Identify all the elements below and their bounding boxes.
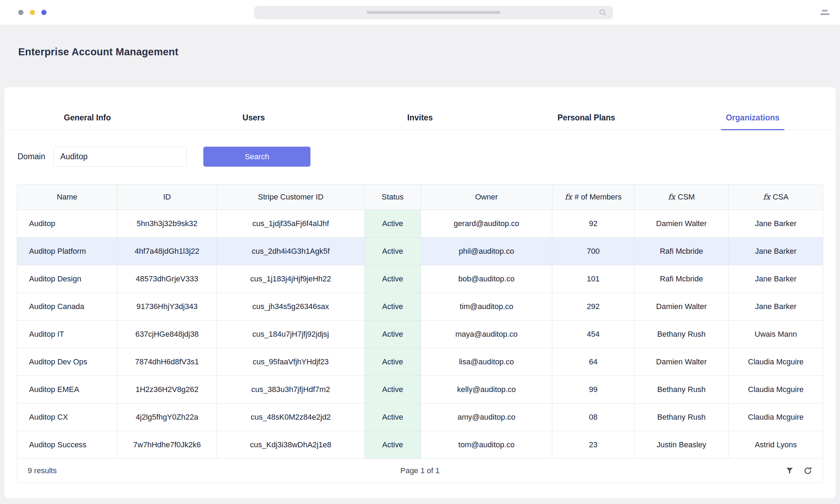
cell-id: 5hn3h3j32b9sk32 — [117, 210, 217, 237]
cell-stripe-customer-id: cus_jh34s5g26346sax — [217, 293, 364, 320]
domain-label: Domain — [18, 152, 45, 161]
tabs: General InfoUsersInvitesPersonal PlansOr… — [4, 87, 836, 130]
cell-status: Active — [364, 265, 421, 293]
cell-csm: Damien Walter — [634, 210, 728, 237]
cell-id: 91736HhjY3dj343 — [117, 293, 217, 320]
tab-label: Users — [238, 113, 270, 130]
domain-filter-row: Domain Search — [18, 147, 836, 167]
tab-organizations[interactable]: Organizations — [670, 113, 836, 130]
cell-members: 454 — [552, 320, 634, 348]
cell-owner: gerard@auditop.co — [421, 210, 552, 237]
cell-members: 64 — [552, 348, 634, 376]
cell-status: Active — [364, 376, 421, 403]
table-row[interactable]: Auditop Platform4hf7a48jdGh1l3j22cus_2dh… — [17, 237, 823, 265]
tab-general-info[interactable]: General Info — [4, 113, 170, 130]
cell-owner: bob@auditop.co — [421, 265, 552, 293]
cell-name: Auditop Success — [17, 431, 117, 458]
search-icon — [598, 8, 607, 17]
table-header-row: NameIDStripe Customer IDStatusOwnerfx# o… — [17, 184, 823, 210]
cell-csa: Jane Barker — [729, 237, 823, 265]
traffic-dot[interactable] — [30, 10, 35, 15]
domain-input[interactable] — [54, 147, 187, 167]
cell-owner: tim@auditop.co — [421, 293, 552, 320]
traffic-dot[interactable] — [41, 10, 47, 15]
cell-id: 7w7hHdhe7f0Jk2k6 — [117, 431, 217, 458]
cell-csa: Claudia Mcguire — [729, 376, 823, 403]
table-row[interactable]: Auditop EMEA1H2z36H2V8g262cus_383u3h7jfj… — [17, 376, 823, 403]
table-body: Auditop5hn3h3j32b9sk32cus_1jdjf35aFj6f4a… — [17, 210, 823, 458]
cell-owner: maya@auditop.co — [421, 320, 552, 348]
table-footer: 9 results Page 1 of 1 — [17, 459, 823, 483]
cell-members: 101 — [552, 265, 634, 293]
tab-invites[interactable]: Invites — [337, 113, 503, 130]
cell-status: Active — [364, 431, 421, 458]
cell-name: Auditop — [17, 210, 117, 237]
cell-name: Auditop Platform — [17, 237, 117, 265]
organizations-table: NameIDStripe Customer IDStatusOwnerfx# o… — [17, 184, 823, 483]
table-row[interactable]: Auditop CX4j2lg5fhgY0Zh22acus_48sK0M2z84… — [17, 403, 823, 431]
column-header-status: Status — [364, 184, 421, 210]
cell-owner: phil@auditop.co — [421, 237, 552, 265]
cell-csm: Rafi Mcbride — [634, 265, 728, 293]
tab-label: General Info — [59, 113, 116, 130]
cell-stripe-customer-id: cus_48sK0M2z84e2jd2 — [217, 403, 364, 431]
cell-status: Active — [364, 348, 421, 376]
fx-formula-icon: fx — [763, 192, 770, 201]
filter-icon[interactable] — [785, 466, 794, 475]
cell-stripe-customer-id: cus_2dh4i4G3h1Agk5f — [217, 237, 364, 265]
cell-owner: tom@auditop.co — [421, 431, 552, 458]
cell-members: 700 — [552, 237, 634, 265]
cell-status: Active — [364, 403, 421, 431]
tab-label: Personal Plans — [553, 113, 620, 130]
table-row[interactable]: Auditop Canada91736HhjY3dj343cus_jh34s5g… — [17, 293, 823, 320]
cell-status: Active — [364, 293, 421, 320]
window-controls — [18, 10, 47, 15]
table-row[interactable]: Auditop5hn3h3j32b9sk32cus_1jdjf35aFj6f4a… — [17, 210, 823, 237]
search-button[interactable]: Search — [203, 147, 310, 167]
cell-owner: lisa@auditop.co — [421, 348, 552, 376]
cell-id: 7874dhH6d8fV3s1 — [117, 348, 217, 376]
cell-id: 1H2z36H2V8g262 — [117, 376, 217, 403]
tab-users[interactable]: Users — [170, 113, 337, 130]
cell-csm: Bethany Rush — [634, 403, 728, 431]
cell-csa: Jane Barker — [729, 265, 823, 293]
table-row[interactable]: Auditop IT637cjHGe848jdj38cus_184u7jH7jf… — [17, 320, 823, 348]
fx-formula-icon: fx — [565, 192, 572, 201]
tab-personal-plans[interactable]: Personal Plans — [503, 113, 670, 130]
column-header-csm: fxCSM — [634, 184, 728, 210]
browser-address-bar[interactable] — [254, 6, 613, 19]
table-row[interactable]: Auditop Success7w7hHdhe7f0Jk2k6cus_Kdj3i… — [17, 431, 823, 458]
cell-id: 4hf7a48jdGh1l3j22 — [117, 237, 217, 265]
cell-status: Active — [364, 210, 421, 237]
cell-csa: Claudia Mcguire — [729, 403, 823, 431]
table-row[interactable]: Auditop Design48573dhGrjeV333cus_1j183j4… — [17, 265, 823, 293]
cell-csm: Bethany Rush — [634, 320, 728, 348]
browser-chrome — [0, 0, 840, 25]
cell-csm: Justin Beasley — [634, 431, 728, 458]
cell-name: Auditop Design — [17, 265, 117, 293]
traffic-dot[interactable] — [18, 10, 23, 15]
cell-csm: Damien Walter — [634, 348, 728, 376]
results-count: 9 results — [28, 466, 57, 475]
cell-stripe-customer-id: cus_95faaVfjhYHdjf23 — [217, 348, 364, 376]
refresh-icon[interactable] — [803, 466, 812, 475]
cell-stripe-customer-id: cus_383u3h7jfjHdf7m2 — [217, 376, 364, 403]
column-header-stripe-customer-id: Stripe Customer ID — [217, 184, 364, 210]
cell-csa: Claudia Mcguire — [729, 348, 823, 376]
cell-csm: Bethany Rush — [634, 376, 728, 403]
cell-members: 23 — [552, 431, 634, 458]
cell-owner: amy@auditop.co — [421, 403, 552, 431]
cell-csa: Uwais Mann — [729, 320, 823, 348]
cell-id: 637cjHGe848jdj38 — [117, 320, 217, 348]
browser-menu-icon[interactable] — [820, 10, 830, 15]
cell-stripe-customer-id: cus_184u7jH7jfj92jdjsj — [217, 320, 364, 348]
pagination-label: Page 1 of 1 — [400, 466, 440, 475]
cell-id: 4j2lg5fhgY0Zh22a — [117, 403, 217, 431]
tab-label: Invites — [402, 113, 438, 130]
account-management-card: General InfoUsersInvitesPersonal PlansOr… — [4, 87, 836, 498]
table-row[interactable]: Auditop Dev Ops7874dhH6d8fV3s1cus_95faaV… — [17, 348, 823, 376]
cell-stripe-customer-id: cus_Kdj3i38wDhA2j1e8 — [217, 431, 364, 458]
cell-id: 48573dhGrjeV333 — [117, 265, 217, 293]
column-header-name: Name — [17, 184, 117, 210]
cell-csa: Jane Barker — [729, 293, 823, 320]
